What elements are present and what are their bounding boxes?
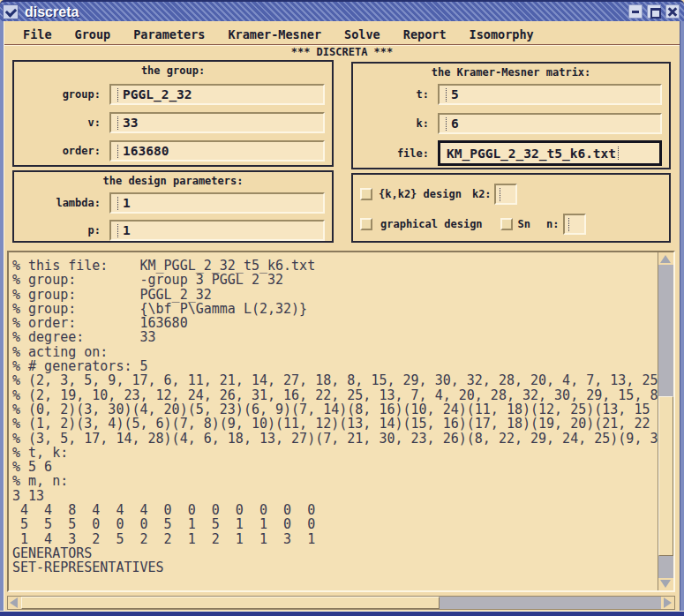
scroll-up-button[interactable]	[658, 252, 673, 265]
text-caret	[117, 116, 120, 130]
order-label: order:	[19, 145, 109, 157]
horizontal-scrollbar[interactable]	[7, 596, 675, 610]
sn-checkbox[interactable]	[500, 218, 513, 230]
arrow-left-icon	[10, 597, 18, 608]
menu-item-kramer-mesner[interactable]: Kramer-Mesner	[216, 26, 333, 43]
group-input-value: PGGL_2_32	[123, 87, 192, 101]
menu-item-group[interactable]: Group	[64, 26, 123, 43]
t-input[interactable]: 5	[438, 84, 662, 105]
k-input-value: 6	[451, 116, 459, 131]
menu-item-report[interactable]: Report	[392, 26, 458, 43]
km-panel-title: the Kramer-Mesner matrix:	[353, 66, 669, 79]
app-window: discreta File Group Parameters Kramer-Me…	[0, 0, 684, 616]
text-caret	[117, 88, 120, 101]
k-label: k:	[358, 117, 438, 130]
maximize-button[interactable]	[647, 4, 661, 19]
scroll-right-button[interactable]	[661, 597, 674, 609]
order-input-value: 163680	[123, 144, 169, 158]
n-label: n:	[546, 218, 559, 230]
text-caret	[117, 197, 120, 210]
group-panel-title: the group:	[14, 64, 332, 77]
horizontal-scrollbar-thumb[interactable]	[21, 597, 440, 609]
design-parameters-panel: the design parameters: lambda: 1 p: 1	[12, 170, 334, 243]
window-border-bottom	[0, 611, 684, 616]
v-input[interactable]: 33	[109, 112, 325, 133]
kk2-design-checkbox[interactable]	[360, 188, 372, 200]
lambda-input[interactable]: 1	[109, 192, 325, 214]
vertical-scrollbar-thumb[interactable]	[658, 396, 673, 556]
menu-item-parameters[interactable]: Parameters	[122, 26, 216, 43]
titlebar[interactable]: discreta	[0, 0, 684, 21]
minimize-icon	[632, 11, 639, 13]
menubar: File Group Parameters Kramer-Mesner Solv…	[4, 26, 680, 43]
p-label: p:	[19, 224, 109, 237]
chevron-down-icon	[5, 5, 17, 17]
minimize-button[interactable]	[628, 4, 643, 19]
file-input-value: KM_PGGL_2_32_t5_k6.txt	[447, 146, 616, 161]
app-title-banner: *** DISCRETA ***	[0, 46, 684, 58]
n-input[interactable]	[563, 214, 586, 235]
close-button[interactable]	[665, 4, 680, 19]
group-panel: the group: group: PGGL_2_32 v: 33 order:…	[12, 60, 334, 167]
group-label: group:	[19, 88, 109, 101]
menu-item-file[interactable]: File	[11, 26, 64, 43]
text-caret	[446, 88, 448, 101]
window-title: discreta	[25, 4, 79, 20]
text-caret	[446, 117, 448, 131]
text-caret	[500, 188, 502, 201]
arrow-down-icon	[660, 580, 671, 588]
p-input-value: 1	[123, 223, 131, 237]
window-border-left	[0, 21, 4, 616]
kramer-mesner-panel: the Kramer-Mesner matrix: t: 5 k: 6 file…	[351, 62, 671, 169]
design-panel-title: the design parameters:	[14, 175, 332, 187]
arrow-right-icon	[664, 597, 672, 608]
scroll-left-button[interactable]	[8, 597, 21, 609]
k2-input[interactable]	[494, 184, 517, 205]
graphical-design-label: graphical design	[380, 218, 483, 230]
k-input[interactable]: 6	[438, 113, 662, 134]
text-caret	[618, 146, 620, 160]
lambda-input-value: 1	[123, 196, 131, 210]
arrow-up-icon	[660, 255, 671, 263]
menu-item-solve[interactable]: Solve	[333, 26, 392, 43]
text-caret	[117, 145, 120, 158]
order-input[interactable]: 163680	[109, 140, 325, 162]
v-input-value: 33	[123, 116, 138, 130]
sn-label: Sn	[518, 218, 530, 230]
kk2-design-label: {k,k2} design	[379, 188, 462, 200]
text-caret	[117, 224, 120, 237]
window-menu-button[interactable]	[3, 4, 19, 19]
maximize-icon	[650, 8, 661, 19]
window-border-right	[680, 21, 684, 616]
window-controls	[628, 4, 680, 19]
t-input-value: 5	[451, 87, 459, 101]
file-label: file:	[358, 147, 438, 160]
vertical-scrollbar[interactable]	[658, 252, 673, 590]
group-input[interactable]: PGGL_2_32	[109, 84, 325, 105]
t-label: t:	[358, 88, 438, 101]
menu-item-isomorphy[interactable]: Isomorphy	[458, 26, 545, 43]
output-text: % this file: KM_PGGL_2_32_t5_k6.txt % gr…	[12, 259, 658, 575]
v-label: v:	[19, 116, 109, 129]
vertical-scrollbar-track[interactable]	[658, 265, 673, 578]
scroll-down-button[interactable]	[658, 578, 673, 590]
text-caret	[568, 218, 571, 231]
p-input[interactable]: 1	[109, 220, 325, 241]
k2-label: k2:	[472, 188, 492, 200]
file-input[interactable]: KM_PGGL_2_32_t5_k6.txt	[438, 140, 662, 166]
options-panel: {k,k2} design k2: graphical design Sn n:	[351, 173, 671, 243]
output-textarea[interactable]: % this file: KM_PGGL_2_32_t5_k6.txt % gr…	[7, 251, 675, 592]
lambda-label: lambda:	[19, 197, 109, 209]
graphical-design-checkbox[interactable]	[360, 218, 372, 230]
